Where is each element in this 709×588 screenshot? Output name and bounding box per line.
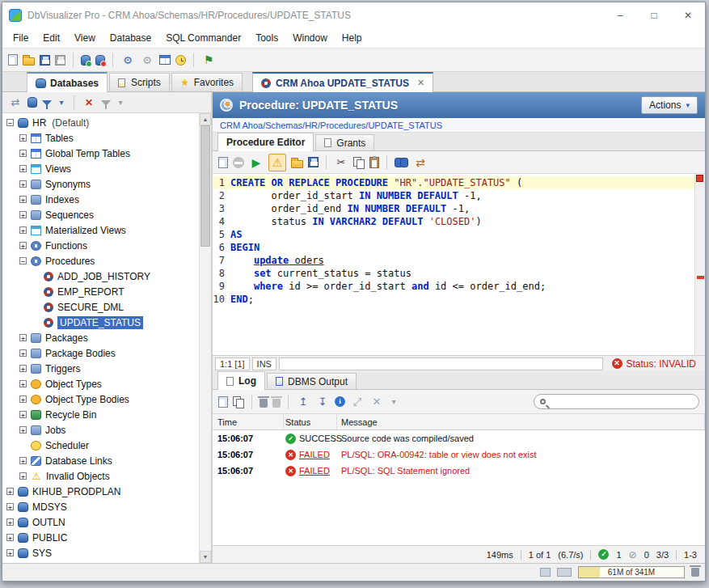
tree-item[interactable]: + Views xyxy=(2,161,199,176)
error-mark-icon[interactable] xyxy=(697,276,704,279)
tree-toggle-icon[interactable]: + xyxy=(19,242,27,249)
tab-favorites[interactable]: ★ Favorites xyxy=(171,73,243,91)
code-line[interactable]: 3 order_id_end IN NUMBER DEFAULT -1, xyxy=(213,202,694,215)
cut-icon[interactable]: ✂ xyxy=(334,155,348,170)
tree-item[interactable]: + Sequences xyxy=(2,207,199,222)
paste-icon[interactable] xyxy=(369,157,379,168)
tree-item[interactable]: + Recycle Bin xyxy=(2,407,199,422)
memory-indicator[interactable]: 61M of 341M xyxy=(578,566,685,578)
clear-filter-icon[interactable]: ✕ xyxy=(82,95,96,110)
code-line[interactable]: 6BEGIN xyxy=(213,241,694,254)
tree-toggle-icon[interactable]: + xyxy=(6,534,14,541)
code-line[interactable]: 10END; xyxy=(213,293,694,306)
save-icon[interactable] xyxy=(40,55,50,66)
maximize-button[interactable]: □ xyxy=(637,2,671,28)
new-file-icon[interactable] xyxy=(8,54,18,66)
tree-toggle-icon[interactable]: + xyxy=(19,396,27,403)
code-line[interactable]: 5AS xyxy=(213,228,694,241)
tree-item[interactable]: Scheduler xyxy=(2,438,199,453)
search-input[interactable] xyxy=(550,396,693,408)
code-line[interactable]: 4 status IN VARCHAR2 DEFAULT 'CLOSED') xyxy=(213,215,694,228)
tree-item[interactable]: + SYS xyxy=(2,545,199,561)
tree-toggle-icon[interactable]: + xyxy=(19,411,27,418)
code-line[interactable]: 2 order_id_start IN NUMBER DEFAULT -1, xyxy=(213,189,694,202)
tree-toggle-icon[interactable]: + xyxy=(19,211,27,218)
tab-procedure-editor[interactable]: Procedure Editor xyxy=(217,133,314,151)
bookmark-flag-icon[interactable]: ⚑ xyxy=(201,53,216,67)
scroll-up-icon[interactable]: ▲ xyxy=(200,113,211,125)
tab-close-icon[interactable]: ✕ xyxy=(417,78,424,88)
tree-scrollbar[interactable]: ▲ ▼ xyxy=(199,113,211,563)
tree-toggle-icon[interactable]: + xyxy=(19,165,27,172)
actions-button[interactable]: Actions ▾ xyxy=(641,96,698,114)
new-procedure-icon[interactable] xyxy=(218,157,228,168)
compare-icon[interactable]: ⇄ xyxy=(413,155,428,170)
tab-grants[interactable]: Grants xyxy=(315,134,374,150)
tab-databases[interactable]: Databases xyxy=(27,72,108,92)
tree-item[interactable]: + Tables xyxy=(2,130,199,146)
history-nav-icon[interactable]: ⇄ xyxy=(8,95,23,110)
tree-item[interactable]: + Packages xyxy=(2,330,199,345)
menu-item[interactable]: Database xyxy=(103,28,158,48)
tree-toggle-icon[interactable]: + xyxy=(6,549,14,556)
menu-item[interactable]: Help xyxy=(335,28,369,48)
code-line[interactable]: 9 where id >= order_id_start and id <= o… xyxy=(213,280,694,293)
tree-item[interactable]: + KIHUB_PRODPLAN xyxy=(2,484,199,499)
tree-toggle-icon[interactable]: + xyxy=(19,457,27,464)
garbage-collect-icon[interactable] xyxy=(691,568,699,577)
stop-icon[interactable] xyxy=(233,157,244,168)
tree-item[interactable]: + Object Type Bodies xyxy=(2,391,199,407)
log-options-caret-icon[interactable]: ▾ xyxy=(389,395,399,409)
tree-item[interactable]: + PUBLIC xyxy=(2,530,199,545)
code-editor[interactable]: 1CREATE OR REPLACE PROCEDURE "HR"."UPDAT… xyxy=(213,174,705,355)
column-header-time[interactable]: Time xyxy=(213,414,284,429)
tree-item[interactable]: + Functions xyxy=(2,238,199,253)
tree-item[interactable]: + Triggers xyxy=(2,361,199,376)
tab-log[interactable]: Log xyxy=(217,371,265,390)
tree-toggle-icon[interactable]: + xyxy=(19,426,27,434)
monitor-icon[interactable] xyxy=(175,55,186,66)
scroll-down-icon[interactable]: ▼ xyxy=(200,551,211,563)
tree-item[interactable]: + Indexes xyxy=(2,192,199,207)
tree-item[interactable]: + Package Bodies xyxy=(2,345,199,361)
tree-toggle-icon[interactable]: + xyxy=(19,150,27,157)
scroll-to-top-icon[interactable]: ↥ xyxy=(296,395,310,409)
tree-toggle-icon[interactable]: + xyxy=(19,180,27,188)
tree-item[interactable]: ADD_JOB_HISTORY xyxy=(2,269,199,284)
filter-disabled-icon[interactable] xyxy=(101,100,111,106)
code-line[interactable]: 7 update oders xyxy=(213,254,694,267)
tree-item[interactable]: + OUTLN xyxy=(2,514,199,530)
menu-item[interactable]: File xyxy=(6,28,36,48)
tree-toggle-icon[interactable]: + xyxy=(19,134,27,142)
fit-columns-icon[interactable]: ⤢ xyxy=(350,395,365,409)
tree-item[interactable]: + Database Links xyxy=(2,453,199,468)
tail-log-icon[interactable] xyxy=(335,396,345,407)
tree-toggle-icon[interactable]: + xyxy=(19,472,27,480)
log-row[interactable]: 15:06:07 ✕ FAILED PL/SQL: ORA-00942: tab… xyxy=(213,446,705,463)
tree-toggle-icon[interactable]: − xyxy=(6,119,14,126)
save-as-icon[interactable] xyxy=(55,55,65,66)
menu-item[interactable]: Window xyxy=(285,28,335,48)
load-from-file-icon[interactable] xyxy=(291,160,303,168)
tree-toggle-icon[interactable]: + xyxy=(6,488,14,495)
tree-toggle-icon[interactable]: + xyxy=(19,196,27,203)
menu-item[interactable]: View xyxy=(67,28,103,48)
tree-toggle-icon[interactable]: + xyxy=(19,334,27,341)
tree-item[interactable]: EMP_REPORT xyxy=(2,284,199,299)
open-folder-icon[interactable] xyxy=(23,57,35,66)
system-monitor-icon[interactable] xyxy=(540,568,551,577)
error-overview-icon[interactable] xyxy=(696,175,703,182)
tree-toggle-icon[interactable]: + xyxy=(6,518,14,526)
tree-item[interactable]: + ⚠ Invalid Objects xyxy=(2,468,199,484)
disconnect-database-icon[interactable] xyxy=(95,55,105,66)
scrollbar-thumb[interactable] xyxy=(200,125,210,247)
scrollbar-track[interactable] xyxy=(200,125,211,551)
tree-item[interactable]: − HR (Default) xyxy=(2,115,199,130)
breadcrumb[interactable]: CRM Ahoa/Schemas/HR/Procedures/UPDATE_ST… xyxy=(213,118,705,133)
tab-scripts[interactable]: Scripts xyxy=(109,73,170,91)
close-button[interactable]: ✕ xyxy=(671,2,705,28)
tree-item[interactable]: SECURE_DML xyxy=(2,299,199,315)
tree-item[interactable]: + Object Types xyxy=(2,376,199,391)
delete-row-icon[interactable] xyxy=(260,399,268,408)
create-connection-icon[interactable] xyxy=(27,97,37,108)
